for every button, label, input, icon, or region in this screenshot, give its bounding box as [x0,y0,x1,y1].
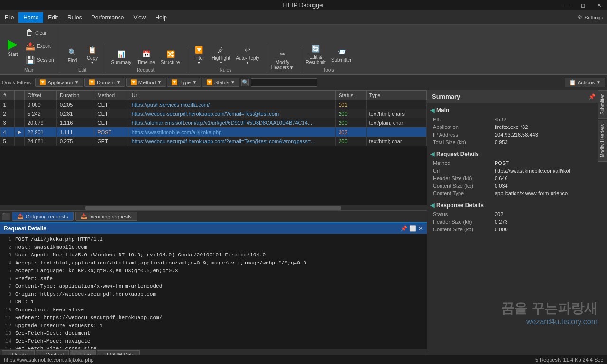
header-controls: 📌 ⬜ ✕ [400,225,423,232]
autoreply-button[interactable]: ↩ Auto-Reply▼ [233,43,261,66]
summary-section: ◀ Response DetailsStatus302Header Size (… [429,200,605,233]
menu-performance[interactable]: Performance [87,12,129,23]
maximize-button[interactable]: ◻ [575,0,591,10]
filter-button[interactable]: 🔽 Filter▼ [189,43,208,66]
cell-status: 302 [336,127,366,137]
settings-button[interactable]: ⚙Settings [578,14,607,20]
highlight-button[interactable]: 🖊 Highlight▼ [209,43,232,66]
cell-method: GET [94,109,129,118]
filter-method[interactable]: 🔽 Method ▼ [126,78,166,87]
filter-domain[interactable]: 🔽 Domain ▼ [84,78,125,87]
col-url[interactable]: Url [129,91,336,100]
cell-offset: 24.081 [25,137,57,146]
cell-arrow [15,137,25,146]
cell-arrow [15,100,25,109]
col-offset[interactable]: Offset [25,91,57,100]
summary-row: IP Address204.93.216.58:443 [429,131,605,138]
cell-url[interactable]: https://push.services.mozilla.com/ [129,100,336,109]
summary-row: Header Size (kb)0.273 [429,218,605,226]
menu-help[interactable]: Help [150,12,172,23]
actions-button[interactable]: 📋 Actions ▼ [565,78,605,87]
request-line: 6Prefer: safe [2,275,425,283]
toolbar: ▶ Start 🗑Clear 📤Export 💾Session Main [0,25,607,75]
summary-panel: Summary 📌 ✕ ◀ MainPID4532Applicationfire… [427,90,607,360]
cell-method: GET [94,118,129,127]
cell-num: 2 [0,109,15,118]
horizontal-scrollbar[interactable] [0,205,427,210]
search-input[interactable] [251,78,317,87]
tab-outgoing[interactable]: 📤 Outgoing requests [12,212,74,221]
col-type[interactable]: Type [366,91,426,100]
menu-view[interactable]: View [129,12,150,23]
request-line: 13Sec-Fetch-Dest: document [2,329,425,337]
search-icon: 🔍 [241,79,249,86]
pin-button[interactable]: 📌 [400,225,407,232]
cell-status: 200 [336,118,366,127]
cell-num: 4 [0,127,15,137]
cell-num: 5 [0,137,15,146]
table-row[interactable]: 1 0.000 0.205 GET https://push.services.… [0,100,427,109]
summary-section-title[interactable]: ◀ Response Details [429,200,605,210]
summary-header: Summary 📌 ✕ [427,90,607,103]
timeline-button[interactable]: 📅 Timeline [135,47,157,66]
cell-duration: 0.205 [56,100,94,109]
cell-arrow [15,118,25,127]
submitter-side-tab[interactable]: Submitter [598,90,607,119]
clear-button[interactable]: 🗑Clear [24,27,56,39]
session-button[interactable]: 💾Session [24,54,56,66]
filter-status[interactable]: 🔽 Status ▼ [202,78,239,87]
request-line: 5Accept-Language: ko-KR,ko;q=0.8,en-US;q… [2,267,425,275]
find-button[interactable]: 🔍 Find [63,43,82,66]
menu-file[interactable]: File [0,12,18,23]
col-status[interactable]: Status [336,91,366,100]
menu-rules[interactable]: Rules [63,12,87,23]
summary-section-title[interactable]: ◀ Main [429,105,605,116]
summary-pin-button[interactable]: 📌 [589,93,596,100]
summary-section-title[interactable]: ◀ Request Details [429,149,605,159]
export-button[interactable]: 📤Export [24,40,56,53]
cell-type [366,100,426,109]
submitter-button[interactable]: 📨 Submitter [329,42,354,66]
filter-type[interactable]: 🔽 Type ▼ [167,78,201,87]
copy-button[interactable]: 📋 Copy▼ [83,43,102,66]
cell-url[interactable]: https://wedocu-securpdf.herokuapp.com/?e… [129,109,336,118]
close-button[interactable]: ✕ [591,0,607,10]
cell-duration: 0.281 [56,109,94,118]
col-num[interactable]: # [0,91,15,100]
modify-headers-side-tab[interactable]: Modify Headers [598,120,607,162]
modify-headers-button[interactable]: ✏ Modify Headers▼ [269,47,296,72]
cell-url[interactable]: https://wedocu-securpdf.herokuapp.com/?e… [129,137,336,146]
col-arrow [15,91,25,100]
close-details-button[interactable]: ✕ [418,225,423,232]
request-line: 8Origin: https://wedocu-securpdf.herokua… [2,291,425,299]
request-line: 2Host: swastikmobile.com [2,244,425,252]
cell-status: 200 [336,137,366,146]
cell-url[interactable]: https://swastikmobile.com/all/jkoka.php [129,127,336,137]
structure-button[interactable]: 🔀 Structure [158,47,183,66]
cell-offset: 22.901 [25,127,57,137]
cell-type: text/html; char [366,137,426,146]
start-button[interactable]: ▶ Start [3,27,23,66]
table-row[interactable]: 4 ▶ 22.901 1.111 POST https://swastikmob… [0,127,427,137]
quick-filters-label: Quick Filters: [2,80,32,85]
minimize-button[interactable]: — [559,0,575,10]
tab-incoming[interactable]: 📥 Incoming requests [75,212,137,221]
summary-button[interactable]: 📊 Summary [109,47,134,66]
col-duration[interactable]: Duration [56,91,94,100]
filter-application[interactable]: 🔽 Application ▼ [35,78,83,87]
col-method[interactable]: Method [94,91,129,100]
table-row[interactable]: 2 5.242 0.281 GET https://wedocu-securpd… [0,109,427,118]
cell-status: 200 [336,109,366,118]
menu-edit[interactable]: Edit [43,12,63,23]
popout-button[interactable]: ⬜ [409,225,416,232]
request-line: 1POST /all/jkoka.php HTTP/1.1 [2,236,425,244]
edit-resubmit-button[interactable]: 🔄 Edit & Resubmit [303,42,328,66]
request-line: 3User-Agent: Mozilla/5.0 (Windows NT 10.… [2,251,425,259]
cell-url[interactable]: https://alomar.emsisoft.com/api/v1/url/g… [129,118,336,127]
table-row[interactable]: 5 24.081 0.275 GET https://wedocu-securp… [0,137,427,146]
menu-home[interactable]: Home [18,12,43,23]
toolbar-group-modify: ✏ Modify Headers▼ [269,47,301,73]
request-details-panel: Request Details 📌 ⬜ ✕ 1POST /all/jkoka.p… [0,222,427,360]
table-row[interactable]: 3 20.079 1.116 GET https://alomar.emsiso… [0,118,427,127]
request-line: 12Upgrade-Insecure-Requests: 1 [2,322,425,330]
